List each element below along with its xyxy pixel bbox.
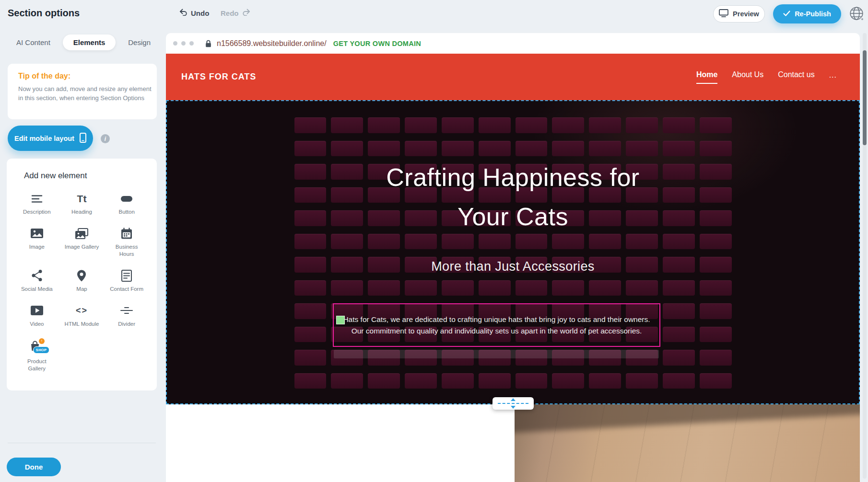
element-label: Description [23,208,51,216]
hero-tile [700,117,732,133]
done-button[interactable]: Done [7,458,61,476]
element-video[interactable]: Video [14,301,59,331]
language-globe-button[interactable] [848,5,865,22]
hero-tile [589,117,621,133]
undo-button[interactable]: Undo [179,9,209,17]
element-description[interactable]: Description [14,189,59,218]
sidebar-tabs: AI Content Elements Design [8,34,159,51]
window-dot [181,41,186,46]
resize-handle-icon[interactable] [336,316,345,324]
nav-about-us[interactable]: About Us [732,70,763,84]
tab-ai-content[interactable]: AI Content [16,38,50,46]
button-icon [120,192,133,205]
hero-tile [663,280,695,296]
element-label: Map [76,286,87,293]
hero-tile [368,141,400,157]
tip-body: Now you can add, move and resize any ele… [18,85,153,103]
element-business-hours[interactable]: Business Hours [104,224,149,261]
nav-contact-us[interactable]: Contact us [778,70,814,84]
heading-icon: Tt [77,192,87,205]
check-icon [783,10,790,18]
product-gallery-icon: ↑ SHOP [29,339,45,355]
window-dot [189,41,194,46]
hero-title: Crafting Happiness for Your Cats [167,158,859,236]
section-resize-handle[interactable] [493,397,534,410]
hero-description: Hats for Cats, we are dedicated to craft… [341,314,652,336]
hero-tile [552,373,584,389]
hero-tile [331,373,363,389]
nav-home[interactable]: Home [696,70,717,84]
hero-tile [294,117,327,133]
next-section-white[interactable] [166,404,515,482]
scrollbar-track[interactable] [863,33,867,479]
next-section-photo[interactable] [515,404,860,482]
hero-tile [479,117,511,133]
element-label: Contact Form [110,286,143,293]
element-button[interactable]: Button [104,189,149,218]
site-nav: Home About Us Contact us ... [696,54,837,100]
hero-tile [479,280,511,296]
hero-tile [294,303,327,319]
hero-tile [552,117,584,133]
hero-tile [294,373,327,389]
get-domain-link[interactable]: GET YOUR OWN DOMAIN [333,40,421,47]
lock-icon [205,40,211,47]
element-image-gallery[interactable]: Image Gallery [59,224,105,261]
element-map[interactable]: Map [59,266,105,296]
hero-tile [700,373,732,389]
hero-tile [405,117,437,133]
photo-shadow [515,404,860,433]
element-contact-form[interactable]: Contact Form [104,266,149,296]
edit-mobile-layout-button[interactable]: Edit mobile layout [8,126,93,151]
hero-section[interactable]: Crafting Happiness for Your Cats More th… [166,100,860,404]
tab-elements[interactable]: Elements [63,34,116,50]
element-image[interactable]: Image [14,224,59,261]
hero-tile [405,141,437,157]
nav-more-button[interactable]: ... [829,71,837,83]
site-url[interactable]: n1566589.websitebuilder.online/ [217,39,327,48]
element-label: Business Hours [109,243,144,258]
hero-tile [442,117,474,133]
add-new-element-panel: Add new element Description Tt Heading B… [7,159,157,390]
republish-label: Re-Publish [795,10,831,18]
element-html-module[interactable]: <> HTML Module [59,301,105,331]
hero-tile [663,303,695,319]
republish-button[interactable]: Re-Publish [773,4,841,23]
element-social-media[interactable]: Social Media [14,266,59,296]
undo-icon [179,9,188,17]
tab-design[interactable]: Design [128,38,151,46]
element-label: Video [30,321,44,328]
element-label: Divider [118,321,135,328]
element-product-gallery[interactable]: ↑ SHOP Product Gallery [14,336,59,375]
hero-tile [516,117,548,133]
preview-button[interactable]: Preview [713,5,765,23]
element-divider[interactable]: Divider [104,301,149,331]
hero-tile [663,117,695,133]
hero-tile [626,141,658,157]
selected-description-element[interactable]: Hats for Cats, we are dedicated to craft… [333,303,660,347]
hero-tile [294,327,327,343]
hero-tile [294,350,327,366]
element-heading[interactable]: Tt Heading [59,189,105,218]
site-logo[interactable]: HATS FOR CATS [181,72,256,82]
tip-of-the-day-card: Tip of the day: Now you can add, move an… [8,64,157,119]
hero-tile [331,141,363,157]
element-label: Image [29,243,45,251]
info-icon[interactable]: i [101,134,110,143]
hero-title-line2: Your Cats [167,197,859,236]
redo-icon [242,9,250,17]
arrow-down-icon [511,406,516,409]
redo-button[interactable]: Redo [221,9,250,17]
hero-tile [700,141,732,157]
hero-tile [294,280,327,296]
hero-tile [626,280,658,296]
arrow-up-icon [511,398,516,401]
hero-tile [405,280,437,296]
scrollbar-thumb[interactable] [863,50,867,145]
image-gallery-icon [75,227,88,240]
hero-tile [331,280,363,296]
element-label: Product Gallery [20,358,54,372]
add-panel-title: Add new element [24,171,149,181]
page-title: Section options [8,8,80,19]
phone-icon [80,133,86,144]
